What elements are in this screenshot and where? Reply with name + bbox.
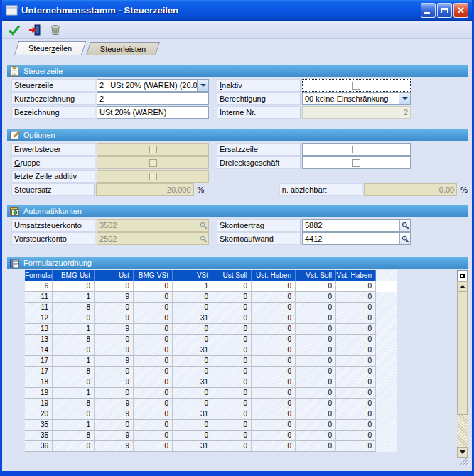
table-cell: 31 [173,345,212,356]
table-cell: 9 [95,324,134,335]
table-row[interactable]: 1989000000 [25,399,397,409]
table-cell: 0 [336,324,376,335]
chevron-down-icon[interactable] [399,93,410,104]
column-header[interactable]: Ust Soll [212,270,252,281]
table-cell: 0 [134,303,173,313]
interne-nr-value: 2 [305,107,408,118]
table-cell: 0 [134,431,173,441]
tab-steuerleisten[interactable]: Steuerleisten [86,42,160,55]
maximize-icon [441,8,448,13]
column-header[interactable]: VSt [173,270,212,281]
erwerbsteuer-checkbox [149,146,157,153]
clipboard-icon [9,66,20,77]
tab-label: Steuerzeilen [28,42,72,55]
table-row[interactable]: 12090310000 [25,313,397,324]
table-cell: 0 [95,303,134,313]
maximize-button[interactable] [437,3,452,18]
table-row[interactable]: 18090310000 [25,377,397,388]
table-cell: 0 [134,313,173,324]
table-row[interactable]: 3589000000 [25,431,397,441]
table-row[interactable]: 14090310000 [25,345,397,356]
dreiecksgeschaeft-checkbox-field[interactable] [302,156,411,169]
ok-button[interactable] [7,23,21,36]
bezeichnung-input[interactable]: USt 20% (WAREN) [97,106,209,119]
gruppe-label: Gruppe [11,156,95,169]
berechtigung-combobox[interactable]: 00 keine Einschränkung [302,92,411,105]
tab-steuerzeilen[interactable]: Steuerzeilen [14,41,87,55]
magnifier-icon [198,233,208,244]
table-row[interactable]: 36090310000 [25,441,397,452]
table-cell: 0 [296,409,336,420]
vorsteuerkonto-field: 2502 [97,232,209,245]
table-cell: 0 [212,367,252,377]
table-row[interactable]: 1319000000 [25,324,397,335]
steuersatz-field: 20,000 [96,183,193,196]
table-row[interactable]: 1780000000 [25,367,397,377]
table-row[interactable]: 1719000000 [25,356,397,367]
scrollbar-thumb[interactable] [457,292,468,415]
ersatzzeile-checkbox[interactable] [352,146,360,153]
table-cell: 0 [296,367,336,377]
column-header[interactable]: Vst. Soll [296,270,336,281]
column-header[interactable]: Formulare [25,270,53,281]
column-header[interactable]: BMG-VSt [134,270,173,281]
steuerzeile-label: Steuerzeile [11,79,95,92]
expand-grid-button[interactable] [457,270,468,281]
table-cell: 0 [336,420,376,431]
column-header[interactable]: Ust. Haben [252,270,296,281]
table-cell: 0 [212,313,252,324]
minimize-icon [424,12,430,14]
table-cell: 8 [53,367,95,377]
forms-icon [9,258,20,269]
skontoaufwand-field[interactable]: 4412 [302,232,411,245]
lookup-button[interactable] [399,220,410,231]
inaktiv-checkbox-field[interactable] [302,79,411,92]
section-header-automatikkonten: Automatikkonten [7,205,468,217]
table-cell: 31 [173,409,212,420]
delete-button[interactable] [48,23,63,36]
gruppe-checkbox-field [97,156,209,169]
table-row[interactable]: 1180000000 [25,303,397,313]
formular-table-header: FormulareBMG-UstUstBMG-VStVStUst SollUst… [25,270,397,281]
table-cell: 1 [53,356,95,367]
table-cell: 0 [252,313,296,324]
table-cell: 35 [25,420,53,431]
skontoertrag-field[interactable]: 5882 [302,219,411,232]
kurzbezeichnung-input[interactable]: 2 [97,92,209,105]
table-row[interactable]: 20090310000 [25,409,397,420]
table-cell: 0 [336,345,376,356]
table-cell: 0 [212,409,252,420]
close-button[interactable]: ✕ [453,3,468,18]
table-cell: 0 [173,356,212,367]
section-automatikkonten: Automatikkonten Umsatzsteuerkonto 3502 S… [7,205,468,245]
inaktiv-checkbox[interactable] [352,82,360,90]
table-row[interactable]: 3510000000 [25,420,397,431]
dreiecksgeschaeft-checkbox[interactable] [352,159,360,167]
table-cell: 1 [173,281,212,292]
table-cell: 9 [95,399,134,409]
column-header[interactable]: Vst. Haben [336,270,376,281]
chevron-down-icon[interactable] [197,80,208,91]
column-header[interactable]: Ust [95,270,134,281]
ersatzzeile-checkbox-field[interactable] [302,143,411,156]
table-row[interactable]: 1910000000 [25,388,397,399]
steuerzeile-combobox[interactable]: 2 USt 20% (WAREN) (20.0 [97,79,209,92]
scroll-up-button[interactable] [457,281,468,292]
table-row[interactable]: 1380000000 [25,335,397,345]
table-cell: 0 [252,303,296,313]
exit-button[interactable] [28,23,42,36]
lookup-button[interactable] [399,233,410,244]
table-cell: 0 [134,324,173,335]
table-row[interactable]: 1119000000 [25,292,397,303]
square-icon [460,274,465,278]
resize-grip[interactable] [458,455,469,465]
table-cell: 0 [173,399,212,409]
table-cell: 36 [25,441,53,452]
magnifier-icon [198,220,208,231]
column-header[interactable]: BMG-Ust [53,270,95,281]
table-row[interactable]: 600010000 [25,281,397,292]
table-cell: 0 [336,303,376,313]
scrollbar-track[interactable] [457,415,468,447]
table-cell: 0 [53,441,95,452]
minimize-button[interactable] [421,3,436,18]
